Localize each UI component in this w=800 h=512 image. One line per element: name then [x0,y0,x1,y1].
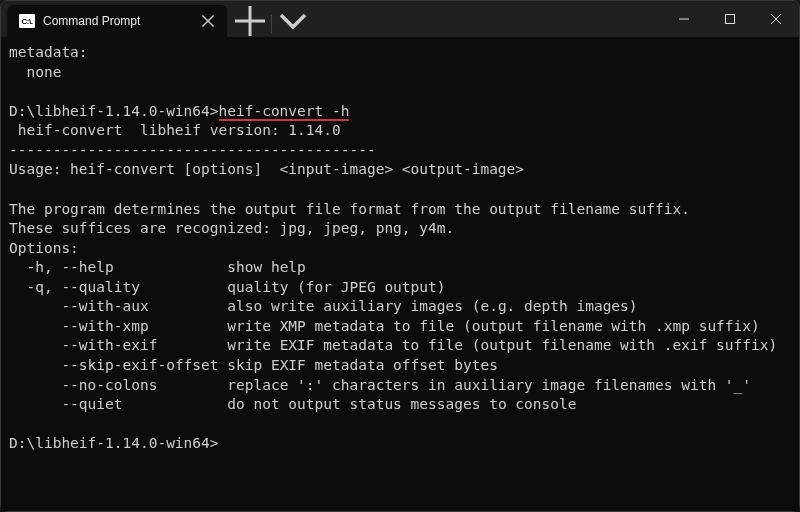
prompt-path: D:\libheif-1.14.0-win64> [9,435,219,451]
cmd-icon: C:\. [19,14,35,28]
tabbar-actions [227,1,308,37]
output-version: heif-convert libheif version: 1.14.0 [9,122,341,138]
tab-title: Command Prompt [43,14,193,28]
output-option: --quiet do not output status messages to… [9,396,576,412]
output-desc: The program determines the output file f… [9,201,690,217]
maximize-button[interactable] [707,1,753,37]
minimize-icon [679,14,689,24]
close-icon [771,14,781,24]
output-separator: ----------------------------------------… [9,142,376,158]
titlebar[interactable]: C:\. Command Prompt [1,1,799,37]
tab-command-prompt[interactable]: C:\. Command Prompt [7,5,227,37]
output-options-header: Options: [9,240,79,256]
tab-close-button[interactable] [201,14,215,28]
window-controls [661,1,799,37]
chevron-down-icon [278,6,308,36]
terminal-output[interactable]: metadata: none D:\libheif-1.14.0-win64>h… [1,37,799,511]
output-option: --no-colons replace ':' characters in au… [9,377,751,393]
divider [271,15,272,33]
maximize-icon [725,14,735,24]
output-option: --skip-exif-offset skip EXIF metadata of… [9,357,498,373]
output-desc: These suffices are recognized: jpg, jpeg… [9,220,454,236]
close-window-button[interactable] [753,1,799,37]
entered-command: heif-convert -h [219,103,350,121]
close-icon [201,14,215,28]
tab-dropdown-button[interactable] [278,6,308,36]
output-option: --with-aux also write auxiliary images (… [9,298,638,314]
output-metadata: metadata: none [9,44,88,80]
output-option: --with-exif write EXIF metadata to file … [9,337,777,353]
svg-rect-5 [726,15,735,24]
output-option: --with-xmp write XMP metadata to file (o… [9,318,760,334]
plus-icon [235,6,265,36]
minimize-button[interactable] [661,1,707,37]
terminal-window: C:\. Command Prompt [0,0,800,512]
prompt-path: D:\libheif-1.14.0-win64> [9,103,219,119]
new-tab-button[interactable] [235,6,265,36]
output-option: -h, --help show help [9,259,306,275]
output-option: -q, --quality quality (for JPEG output) [9,279,446,295]
output-usage: Usage: heif-convert [options] <input-ima… [9,161,524,177]
